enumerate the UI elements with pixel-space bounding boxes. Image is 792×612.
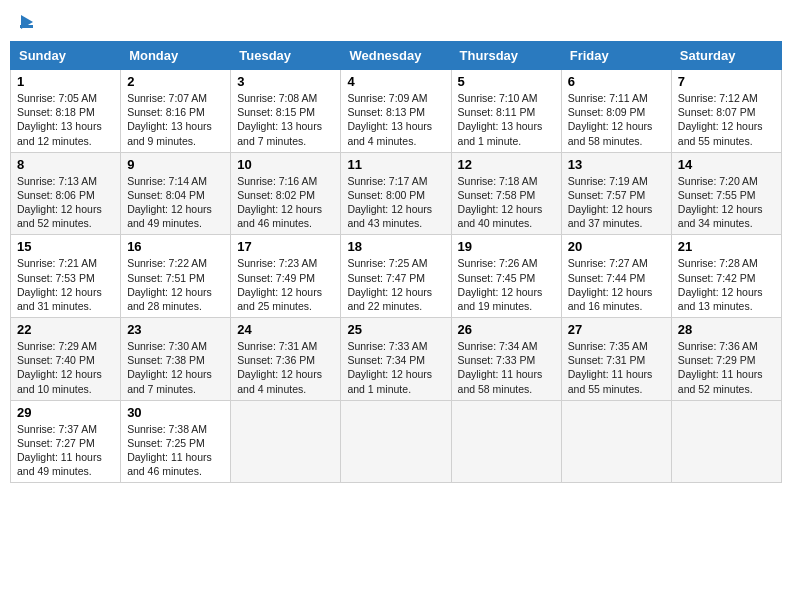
day-info: Sunrise: 7:08 AM Sunset: 8:15 PM Dayligh… [237, 91, 334, 148]
calendar-cell: 10Sunrise: 7:16 AM Sunset: 8:02 PM Dayli… [231, 152, 341, 235]
calendar-cell [341, 400, 451, 483]
day-info: Sunrise: 7:11 AM Sunset: 8:09 PM Dayligh… [568, 91, 665, 148]
day-number: 27 [568, 322, 665, 337]
calendar-cell: 18Sunrise: 7:25 AM Sunset: 7:47 PM Dayli… [341, 235, 451, 318]
day-info: Sunrise: 7:21 AM Sunset: 7:53 PM Dayligh… [17, 256, 114, 313]
weekday-header-thursday: Thursday [451, 42, 561, 70]
page-header [10, 10, 782, 33]
day-info: Sunrise: 7:13 AM Sunset: 8:06 PM Dayligh… [17, 174, 114, 231]
weekday-header-sunday: Sunday [11, 42, 121, 70]
calendar-table: SundayMondayTuesdayWednesdayThursdayFrid… [10, 41, 782, 483]
calendar-cell: 8Sunrise: 7:13 AM Sunset: 8:06 PM Daylig… [11, 152, 121, 235]
day-info: Sunrise: 7:30 AM Sunset: 7:38 PM Dayligh… [127, 339, 224, 396]
day-number: 16 [127, 239, 224, 254]
day-number: 2 [127, 74, 224, 89]
calendar-cell [561, 400, 671, 483]
weekday-header-monday: Monday [121, 42, 231, 70]
day-info: Sunrise: 7:26 AM Sunset: 7:45 PM Dayligh… [458, 256, 555, 313]
calendar-cell: 14Sunrise: 7:20 AM Sunset: 7:55 PM Dayli… [671, 152, 781, 235]
calendar-cell [231, 400, 341, 483]
calendar-cell: 22Sunrise: 7:29 AM Sunset: 7:40 PM Dayli… [11, 318, 121, 401]
day-info: Sunrise: 7:05 AM Sunset: 8:18 PM Dayligh… [17, 91, 114, 148]
calendar-week-row: 22Sunrise: 7:29 AM Sunset: 7:40 PM Dayli… [11, 318, 782, 401]
calendar-header-row: SundayMondayTuesdayWednesdayThursdayFrid… [11, 42, 782, 70]
day-info: Sunrise: 7:25 AM Sunset: 7:47 PM Dayligh… [347, 256, 444, 313]
day-info: Sunrise: 7:27 AM Sunset: 7:44 PM Dayligh… [568, 256, 665, 313]
day-info: Sunrise: 7:22 AM Sunset: 7:51 PM Dayligh… [127, 256, 224, 313]
calendar-cell: 2Sunrise: 7:07 AM Sunset: 8:16 PM Daylig… [121, 70, 231, 153]
day-number: 18 [347, 239, 444, 254]
calendar-cell: 21Sunrise: 7:28 AM Sunset: 7:42 PM Dayli… [671, 235, 781, 318]
day-number: 4 [347, 74, 444, 89]
day-number: 28 [678, 322, 775, 337]
calendar-cell [451, 400, 561, 483]
calendar-cell: 27Sunrise: 7:35 AM Sunset: 7:31 PM Dayli… [561, 318, 671, 401]
day-info: Sunrise: 7:33 AM Sunset: 7:34 PM Dayligh… [347, 339, 444, 396]
calendar-cell: 19Sunrise: 7:26 AM Sunset: 7:45 PM Dayli… [451, 235, 561, 318]
day-number: 20 [568, 239, 665, 254]
day-number: 10 [237, 157, 334, 172]
calendar-cell [671, 400, 781, 483]
day-info: Sunrise: 7:29 AM Sunset: 7:40 PM Dayligh… [17, 339, 114, 396]
weekday-header-friday: Friday [561, 42, 671, 70]
calendar-cell: 13Sunrise: 7:19 AM Sunset: 7:57 PM Dayli… [561, 152, 671, 235]
day-number: 21 [678, 239, 775, 254]
day-info: Sunrise: 7:10 AM Sunset: 8:11 PM Dayligh… [458, 91, 555, 148]
day-info: Sunrise: 7:23 AM Sunset: 7:49 PM Dayligh… [237, 256, 334, 313]
day-number: 6 [568, 74, 665, 89]
day-number: 26 [458, 322, 555, 337]
calendar-cell: 5Sunrise: 7:10 AM Sunset: 8:11 PM Daylig… [451, 70, 561, 153]
day-number: 11 [347, 157, 444, 172]
day-info: Sunrise: 7:28 AM Sunset: 7:42 PM Dayligh… [678, 256, 775, 313]
calendar-cell: 15Sunrise: 7:21 AM Sunset: 7:53 PM Dayli… [11, 235, 121, 318]
day-number: 3 [237, 74, 334, 89]
calendar-cell: 24Sunrise: 7:31 AM Sunset: 7:36 PM Dayli… [231, 318, 341, 401]
day-number: 24 [237, 322, 334, 337]
calendar-cell: 4Sunrise: 7:09 AM Sunset: 8:13 PM Daylig… [341, 70, 451, 153]
day-number: 9 [127, 157, 224, 172]
day-number: 8 [17, 157, 114, 172]
logo-underline [20, 25, 33, 28]
calendar-week-row: 8Sunrise: 7:13 AM Sunset: 8:06 PM Daylig… [11, 152, 782, 235]
day-info: Sunrise: 7:09 AM Sunset: 8:13 PM Dayligh… [347, 91, 444, 148]
logo [20, 15, 33, 28]
calendar-cell: 20Sunrise: 7:27 AM Sunset: 7:44 PM Dayli… [561, 235, 671, 318]
weekday-header-wednesday: Wednesday [341, 42, 451, 70]
day-number: 23 [127, 322, 224, 337]
day-info: Sunrise: 7:18 AM Sunset: 7:58 PM Dayligh… [458, 174, 555, 231]
calendar-week-row: 15Sunrise: 7:21 AM Sunset: 7:53 PM Dayli… [11, 235, 782, 318]
calendar-cell: 7Sunrise: 7:12 AM Sunset: 8:07 PM Daylig… [671, 70, 781, 153]
day-info: Sunrise: 7:31 AM Sunset: 7:36 PM Dayligh… [237, 339, 334, 396]
calendar-cell: 29Sunrise: 7:37 AM Sunset: 7:27 PM Dayli… [11, 400, 121, 483]
day-info: Sunrise: 7:37 AM Sunset: 7:27 PM Dayligh… [17, 422, 114, 479]
day-info: Sunrise: 7:17 AM Sunset: 8:00 PM Dayligh… [347, 174, 444, 231]
calendar-cell: 26Sunrise: 7:34 AM Sunset: 7:33 PM Dayli… [451, 318, 561, 401]
day-number: 1 [17, 74, 114, 89]
day-number: 5 [458, 74, 555, 89]
day-number: 13 [568, 157, 665, 172]
day-info: Sunrise: 7:36 AM Sunset: 7:29 PM Dayligh… [678, 339, 775, 396]
calendar-cell: 11Sunrise: 7:17 AM Sunset: 8:00 PM Dayli… [341, 152, 451, 235]
day-number: 17 [237, 239, 334, 254]
calendar-cell: 6Sunrise: 7:11 AM Sunset: 8:09 PM Daylig… [561, 70, 671, 153]
calendar-week-row: 29Sunrise: 7:37 AM Sunset: 7:27 PM Dayli… [11, 400, 782, 483]
day-number: 14 [678, 157, 775, 172]
weekday-header-saturday: Saturday [671, 42, 781, 70]
day-info: Sunrise: 7:16 AM Sunset: 8:02 PM Dayligh… [237, 174, 334, 231]
day-info: Sunrise: 7:14 AM Sunset: 8:04 PM Dayligh… [127, 174, 224, 231]
day-number: 29 [17, 405, 114, 420]
calendar-cell: 25Sunrise: 7:33 AM Sunset: 7:34 PM Dayli… [341, 318, 451, 401]
calendar-cell: 1Sunrise: 7:05 AM Sunset: 8:18 PM Daylig… [11, 70, 121, 153]
day-number: 15 [17, 239, 114, 254]
day-info: Sunrise: 7:20 AM Sunset: 7:55 PM Dayligh… [678, 174, 775, 231]
calendar-cell: 12Sunrise: 7:18 AM Sunset: 7:58 PM Dayli… [451, 152, 561, 235]
calendar-cell: 3Sunrise: 7:08 AM Sunset: 8:15 PM Daylig… [231, 70, 341, 153]
day-number: 19 [458, 239, 555, 254]
day-number: 25 [347, 322, 444, 337]
day-number: 12 [458, 157, 555, 172]
calendar-cell: 30Sunrise: 7:38 AM Sunset: 7:25 PM Dayli… [121, 400, 231, 483]
day-number: 30 [127, 405, 224, 420]
calendar-cell: 28Sunrise: 7:36 AM Sunset: 7:29 PM Dayli… [671, 318, 781, 401]
day-number: 22 [17, 322, 114, 337]
day-info: Sunrise: 7:34 AM Sunset: 7:33 PM Dayligh… [458, 339, 555, 396]
